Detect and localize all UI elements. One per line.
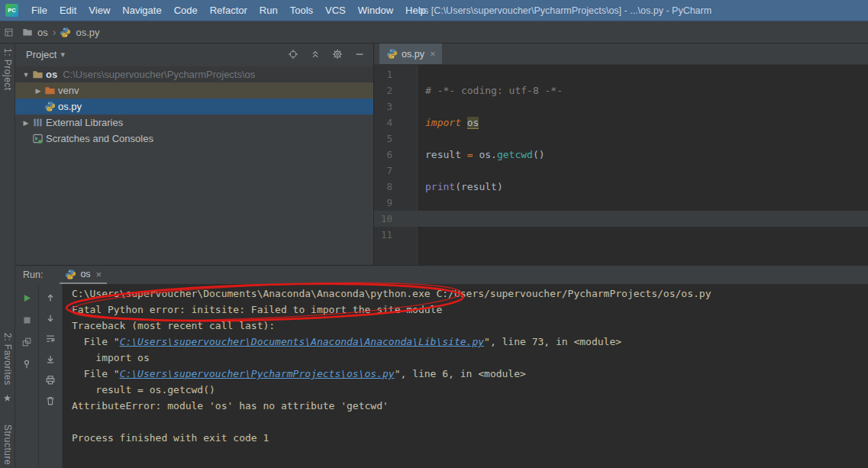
up-stack-icon[interactable]: [44, 292, 56, 304]
tree-item-external-libraries[interactable]: ▶External Libraries: [15, 115, 373, 131]
tree-expanded-icon[interactable]: ▼: [20, 71, 32, 79]
menu-run[interactable]: Run: [253, 0, 284, 21]
code-segment: =: [467, 149, 473, 160]
tool-window-switcher-icon[interactable]: [4, 27, 14, 37]
tree-item-venv[interactable]: ▶venv: [15, 82, 373, 98]
console-text: Process finished with exit code 1: [72, 432, 269, 444]
pycharm-logo-icon[interactable]: PC: [5, 4, 18, 17]
console-text: File ": [72, 336, 120, 347]
tree-item-label: External Libraries: [46, 117, 123, 128]
console-text: AttributeError: module 'os' has no attri…: [72, 400, 389, 412]
line-number: 10: [374, 211, 417, 227]
python-file-icon: [65, 269, 76, 280]
run-tool-window: Run: os × C:\Users\supervoucher\Document…: [15, 265, 868, 468]
stop-icon[interactable]: [21, 314, 33, 326]
breadcrumb-item-os[interactable]: os: [37, 27, 49, 38]
tree-item-scratches-and-consoles[interactable]: Scratches and Consoles: [15, 131, 373, 147]
console-line: [72, 414, 868, 430]
chevron-right-icon: ›: [53, 26, 56, 38]
breadcrumb-item-os-py[interactable]: os.py: [75, 27, 100, 38]
pin-icon[interactable]: [21, 358, 33, 370]
favorites-star-icon[interactable]: [3, 394, 11, 402]
tree-item-os[interactable]: ▼osC:\Users\supervoucher\PycharmProjects…: [15, 66, 373, 82]
python-file-icon: [386, 48, 398, 60]
menu-edit[interactable]: Edit: [53, 0, 82, 21]
rerun-icon[interactable]: [21, 292, 33, 304]
run-toolbar: [15, 284, 39, 468]
console-file-link[interactable]: C:\Users\supervoucher\PycharmProjects\os…: [120, 368, 395, 379]
console-text: result = os.getcwd(): [72, 384, 215, 395]
menu-window[interactable]: Window: [352, 0, 399, 21]
code-line-11[interactable]: [418, 227, 868, 243]
hide-icon[interactable]: [353, 48, 366, 60]
close-tab-icon[interactable]: ×: [430, 48, 436, 60]
scroll-end-icon[interactable]: [44, 353, 56, 366]
menu-refactor[interactable]: Refactor: [204, 0, 253, 21]
line-number: 3: [374, 98, 417, 115]
line-number: 1: [374, 66, 417, 82]
code-line-4[interactable]: import os: [418, 115, 868, 131]
down-stack-icon[interactable]: [44, 312, 56, 324]
settings-icon[interactable]: [331, 48, 344, 60]
frames-icon[interactable]: [21, 336, 33, 348]
code-segment: result: [425, 149, 467, 160]
locate-icon[interactable]: [287, 48, 299, 60]
project-panel-title[interactable]: Project: [26, 49, 56, 60]
console-line: C:\Users\supervoucher\Documents\Anaconda…: [72, 286, 868, 302]
code-line-2[interactable]: # -*- coding: utf-8 -*-: [418, 82, 868, 98]
project-tree: ▼osC:\Users\supervoucher\PycharmProjects…: [15, 65, 373, 147]
code-line-8[interactable]: print(result): [418, 179, 868, 195]
code-line-3[interactable]: [418, 98, 868, 115]
libraries-icon: [32, 117, 46, 128]
tree-item-os-py[interactable]: os.py: [15, 98, 373, 115]
console-output[interactable]: C:\Users\supervoucher\Documents\Anaconda…: [63, 284, 868, 468]
menu-tools[interactable]: Tools: [284, 0, 319, 21]
console-text: Fatal Python error: initsite: Failed to …: [72, 304, 442, 315]
console-text: import os: [72, 352, 150, 363]
code-segment: [461, 117, 467, 128]
print-icon[interactable]: [44, 374, 56, 386]
tool-button-favorites[interactable]: 2: Favorites: [2, 333, 13, 386]
code-line-6[interactable]: result = os.getcwd(): [418, 147, 868, 163]
menu-navigate[interactable]: Navigate: [116, 0, 167, 21]
run-tab-os[interactable]: os ×: [60, 266, 107, 284]
line-number: 7: [374, 163, 417, 179]
tool-button-project[interactable]: 1: Project: [2, 48, 13, 91]
tool-button-structure[interactable]: Structure: [2, 424, 13, 465]
line-number: 8: [374, 179, 417, 195]
console-line: File "C:\Users\supervoucher\Documents\An…: [72, 334, 868, 350]
console-toolbar: [39, 284, 63, 468]
console-text: ", line 73, in <module>: [484, 336, 621, 347]
editor-area: os.py × 1234567891011 # -*- coding: utf-…: [374, 44, 868, 265]
editor-tab-os-py[interactable]: os.py ×: [379, 44, 442, 64]
chevron-down-icon[interactable]: ▾: [60, 50, 65, 60]
tree-collapsed-icon[interactable]: ▶: [20, 119, 32, 127]
line-number: 2: [374, 82, 417, 98]
code-line-1[interactable]: [418, 66, 868, 82]
menu-view[interactable]: View: [82, 0, 116, 21]
code-line-7[interactable]: [418, 163, 868, 179]
code-line-10[interactable]: [418, 211, 868, 227]
soft-wrap-icon[interactable]: [44, 333, 56, 345]
line-number: 5: [374, 131, 417, 147]
code-line-5[interactable]: [418, 131, 868, 147]
code-segment: os.: [473, 149, 497, 160]
folder-icon: [22, 27, 33, 37]
line-number: 11: [374, 227, 417, 243]
menu-code[interactable]: Code: [168, 0, 204, 21]
trash-icon[interactable]: [44, 395, 56, 407]
console-text: File ": [72, 368, 120, 379]
collapse-all-icon[interactable]: [309, 48, 321, 60]
menu-vcs[interactable]: VCS: [319, 0, 352, 21]
navigation-bar: os › os.py: [0, 21, 868, 44]
close-tab-icon[interactable]: ×: [96, 269, 102, 280]
editor-tab-label: os.py: [402, 49, 424, 60]
menu-file[interactable]: File: [25, 0, 53, 21]
console-file-link[interactable]: C:\Users\supervoucher\Documents\Anaconda…: [120, 336, 484, 347]
code-content[interactable]: # -*- coding: utf-8 -*-import osresult =…: [418, 66, 868, 243]
folder-venv-icon: [44, 85, 58, 96]
folder-root-icon: [32, 69, 46, 80]
console-text: C:\Users\supervoucher\Documents\Anaconda…: [72, 288, 711, 299]
tree-collapsed-icon[interactable]: ▶: [32, 87, 44, 95]
code-line-9[interactable]: [418, 195, 868, 211]
